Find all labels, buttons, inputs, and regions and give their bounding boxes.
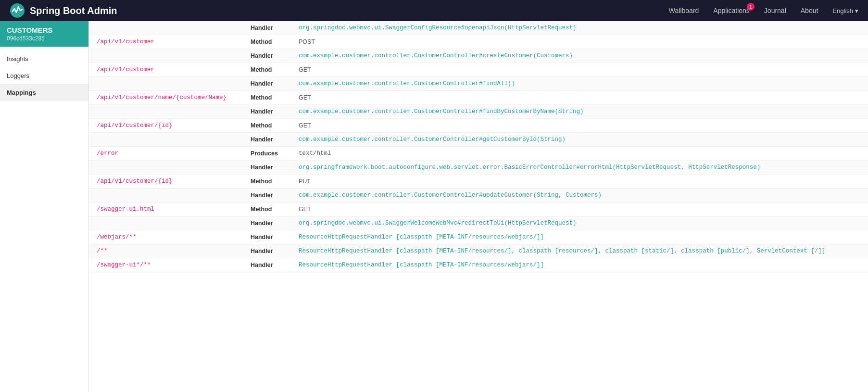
mapping-path bbox=[89, 77, 243, 91]
nav-about[interactable]: About bbox=[801, 7, 818, 14]
row-value: com.example.customer.controller.Customer… bbox=[291, 49, 868, 63]
table-row: /api/v1/customer/{id}MethodGET bbox=[89, 119, 868, 133]
main-layout: CUSTOMERS 096cd533c285 Insights Loggers … bbox=[0, 21, 868, 392]
row-label: Produces bbox=[243, 147, 291, 161]
mapping-path bbox=[89, 105, 243, 119]
mapping-path: /swagger-ui.html bbox=[89, 202, 243, 216]
table-row: /api/v1/customer/name/{customerName}Meth… bbox=[89, 91, 868, 105]
sidebar-item-insights[interactable]: Insights bbox=[0, 51, 88, 67]
row-label: Handler bbox=[243, 77, 291, 91]
chevron-down-icon: ▾ bbox=[855, 7, 858, 14]
mapping-path: /error bbox=[89, 147, 243, 161]
row-label: Method bbox=[243, 175, 291, 189]
applications-badge: 1 bbox=[747, 3, 755, 11]
row-value: org.springdoc.webmvc.ui.SwaggerConfigRes… bbox=[291, 21, 868, 35]
row-value: ResourceHttpRequestHandler [classpath [M… bbox=[291, 258, 868, 272]
sidebar-item-loggers[interactable]: Loggers bbox=[0, 67, 88, 84]
row-label: Handler bbox=[243, 244, 291, 258]
table-row: /swagger-ui*/**HandlerResourceHttpReques… bbox=[89, 258, 868, 272]
table-row: /api/v1/customerMethodGET bbox=[89, 63, 868, 77]
row-value: com.example.customer.controller.Customer… bbox=[291, 105, 868, 119]
row-value: com.example.customer.controller.Customer… bbox=[291, 189, 868, 202]
logo-icon bbox=[10, 3, 25, 18]
row-value: ResourceHttpRequestHandler [classpath [M… bbox=[291, 230, 868, 244]
table-row: /api/v1/customer/{id}MethodPUT bbox=[89, 175, 868, 189]
language-selector[interactable]: English ▾ bbox=[832, 7, 858, 14]
row-label: Method bbox=[243, 35, 291, 49]
table-row: Handlerorg.springdoc.webmvc.ui.SwaggerWe… bbox=[89, 216, 868, 230]
row-value: PUT bbox=[291, 175, 868, 189]
mapping-path bbox=[89, 133, 243, 147]
table-row: /api/v1/customerMethodPOST bbox=[89, 35, 868, 49]
mapping-path bbox=[89, 21, 243, 35]
nav-applications[interactable]: Applications 1 bbox=[713, 7, 750, 14]
mapping-path: /api/v1/customer bbox=[89, 63, 243, 77]
row-label: Handler bbox=[243, 258, 291, 272]
row-value: com.example.customer.controller.Customer… bbox=[291, 133, 868, 147]
row-value: GET bbox=[291, 91, 868, 105]
nav-wallboard[interactable]: Wallboard bbox=[669, 7, 699, 14]
row-label: Handler bbox=[243, 133, 291, 147]
nav-journal[interactable]: Journal bbox=[764, 7, 786, 14]
table-row: /errorProducestext/html bbox=[89, 147, 868, 161]
mappings-table: Handlerorg.springdoc.webmvc.ui.SwaggerCo… bbox=[89, 21, 868, 272]
row-value: GET bbox=[291, 63, 868, 77]
row-label: Handler bbox=[243, 49, 291, 63]
mapping-path: /api/v1/customer bbox=[89, 35, 243, 49]
row-value: POST bbox=[291, 35, 868, 49]
row-value: org.springdoc.webmvc.ui.SwaggerWelcomeWe… bbox=[291, 216, 868, 230]
row-value: com.example.customer.controller.Customer… bbox=[291, 77, 868, 91]
sidebar-nav: Insights Loggers Mappings bbox=[0, 47, 88, 101]
row-value: text/html bbox=[291, 147, 868, 161]
row-label: Handler bbox=[243, 230, 291, 244]
table-row: /**HandlerResourceHttpRequestHandler [cl… bbox=[89, 244, 868, 258]
sidebar: CUSTOMERS 096cd533c285 Insights Loggers … bbox=[0, 21, 89, 392]
table-row: /webjars/**HandlerResourceHttpRequestHan… bbox=[89, 230, 868, 244]
mapping-path bbox=[89, 49, 243, 63]
table-row: Handlercom.example.customer.controller.C… bbox=[89, 49, 868, 63]
table-row: Handlercom.example.customer.controller.C… bbox=[89, 105, 868, 119]
row-label: Handler bbox=[243, 189, 291, 202]
table-row: Handlercom.example.customer.controller.C… bbox=[89, 189, 868, 202]
table-row: Handlercom.example.customer.controller.C… bbox=[89, 77, 868, 91]
mapping-path: /api/v1/customer/{id} bbox=[89, 175, 243, 189]
mapping-path: /swagger-ui*/** bbox=[89, 258, 243, 272]
brand-title: Spring Boot Admin bbox=[30, 5, 117, 16]
row-label: Handler bbox=[243, 105, 291, 119]
main-content: Handlerorg.springdoc.webmvc.ui.SwaggerCo… bbox=[89, 21, 868, 392]
row-label: Handler bbox=[243, 216, 291, 230]
table-row: Handlerorg.springframework.boot.autoconf… bbox=[89, 161, 868, 175]
mapping-path: /webjars/** bbox=[89, 230, 243, 244]
mapping-path bbox=[89, 189, 243, 202]
row-value: ResourceHttpRequestHandler [classpath [M… bbox=[291, 244, 868, 258]
mapping-path: /api/v1/customer/name/{customerName} bbox=[89, 91, 243, 105]
row-label: Method bbox=[243, 91, 291, 105]
row-label: Handler bbox=[243, 21, 291, 35]
app-name: CUSTOMERS bbox=[7, 26, 82, 34]
table-row: Handlercom.example.customer.controller.C… bbox=[89, 133, 868, 147]
row-value: org.springframework.boot.autoconfigure.w… bbox=[291, 161, 868, 175]
sidebar-item-mappings[interactable]: Mappings bbox=[0, 84, 88, 101]
mapping-path bbox=[89, 216, 243, 230]
row-label: Method bbox=[243, 202, 291, 216]
row-value: GET bbox=[291, 202, 868, 216]
navbar-nav: Wallboard Applications 1 Journal About E… bbox=[669, 7, 858, 14]
row-label: Method bbox=[243, 119, 291, 133]
row-label: Method bbox=[243, 63, 291, 77]
mapping-path bbox=[89, 161, 243, 175]
mapping-path: /** bbox=[89, 244, 243, 258]
app-id: 096cd533c285 bbox=[7, 35, 82, 42]
table-row: Handlerorg.springdoc.webmvc.ui.SwaggerCo… bbox=[89, 21, 868, 35]
mapping-path: /api/v1/customer/{id} bbox=[89, 119, 243, 133]
row-label: Handler bbox=[243, 161, 291, 175]
sidebar-header: CUSTOMERS 096cd533c285 bbox=[0, 21, 88, 47]
navbar-brand[interactable]: Spring Boot Admin bbox=[10, 3, 669, 18]
table-row: /swagger-ui.htmlMethodGET bbox=[89, 202, 868, 216]
row-value: GET bbox=[291, 119, 868, 133]
navbar: Spring Boot Admin Wallboard Applications… bbox=[0, 0, 868, 21]
